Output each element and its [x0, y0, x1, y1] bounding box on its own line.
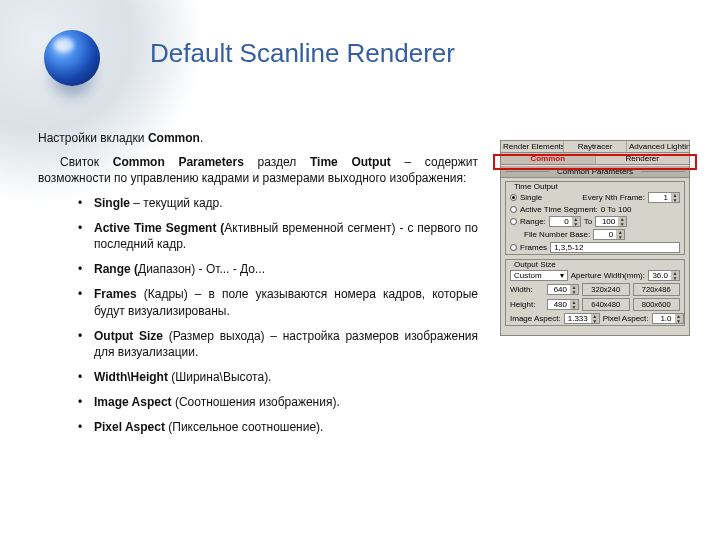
image-aspect-spinner[interactable]: 1.333▲▼: [564, 313, 600, 324]
height-spinner[interactable]: 480▲▼: [547, 299, 579, 310]
tabs-row-2: Common Renderer: [501, 153, 689, 165]
preset-320x240-button[interactable]: 320x240: [582, 283, 630, 296]
page-title: Default Scanline Renderer: [150, 38, 455, 69]
list-item: Width\Height (Ширина\Высота).: [94, 369, 478, 385]
main-content: Настройки вкладки Common. Свиток Common …: [38, 130, 478, 445]
list-item: Active Time Segment (Активный временной …: [94, 220, 478, 252]
chevron-down-icon: ▾: [560, 271, 564, 280]
tab-advanced-lighting[interactable]: Advanced Lighting: [627, 141, 689, 152]
render-dialog: Render Elements Raytracer Advanced Light…: [500, 140, 690, 336]
radio-single[interactable]: [510, 194, 517, 201]
intro-line-2: Свиток Common Parameters раздел Time Out…: [38, 154, 478, 186]
tab-raytracer[interactable]: Raytracer: [564, 141, 627, 152]
width-spinner[interactable]: 640▲▼: [547, 284, 579, 295]
preset-640x480-button[interactable]: 640x480: [582, 298, 630, 311]
pixel-aspect-spinner[interactable]: 1.0▲▼: [652, 313, 684, 324]
group-output-size: Output Size Custom▾ Aperture Width(mm): …: [505, 259, 685, 326]
decorative-sphere: [44, 30, 100, 86]
file-number-base-spinner[interactable]: 0▲▼: [593, 229, 625, 240]
list-item: Single – текущий кадр.: [94, 195, 478, 211]
tab-render-elements[interactable]: Render Elements: [501, 141, 564, 152]
radio-range[interactable]: [510, 218, 517, 225]
every-nth-spinner[interactable]: 1▲▼: [648, 192, 680, 203]
tab-common[interactable]: Common: [501, 153, 596, 164]
list-item: Range (Диапазон) - От... - До...: [94, 261, 478, 277]
output-size-select[interactable]: Custom▾: [510, 270, 568, 281]
range-to-spinner[interactable]: 100▲▼: [595, 216, 627, 227]
list-item: Pixel Aspect (Пиксельное соотношение).: [94, 419, 478, 435]
radio-frames[interactable]: [510, 244, 517, 251]
bullet-list: Single – текущий кадр. Active Time Segme…: [94, 195, 478, 436]
rollout-common-parameters[interactable]: Common Parameters: [501, 165, 689, 178]
tab-renderer[interactable]: Renderer: [596, 153, 690, 164]
list-item: Frames (Кадры) – в поле указываются номе…: [94, 286, 478, 318]
range-from-spinner[interactable]: 0▲▼: [549, 216, 581, 227]
aperture-spinner[interactable]: 36.0▲▼: [648, 270, 680, 281]
frames-input[interactable]: 1,3,5-12: [550, 242, 680, 253]
radio-active-time-segment[interactable]: [510, 206, 517, 213]
list-item: Output Size (Размер выхода) – настройка …: [94, 328, 478, 360]
intro-line-1: Настройки вкладки Common.: [38, 130, 478, 146]
preset-800x600-button[interactable]: 800x600: [633, 298, 681, 311]
list-item: Image Aspect (Соотношения изображения).: [94, 394, 478, 410]
preset-720x486-button[interactable]: 720x486: [633, 283, 681, 296]
group-time-output: Time Output Single Every Nth Frame: 1▲▼ …: [505, 181, 685, 255]
tabs-row-1: Render Elements Raytracer Advanced Light…: [501, 141, 689, 153]
